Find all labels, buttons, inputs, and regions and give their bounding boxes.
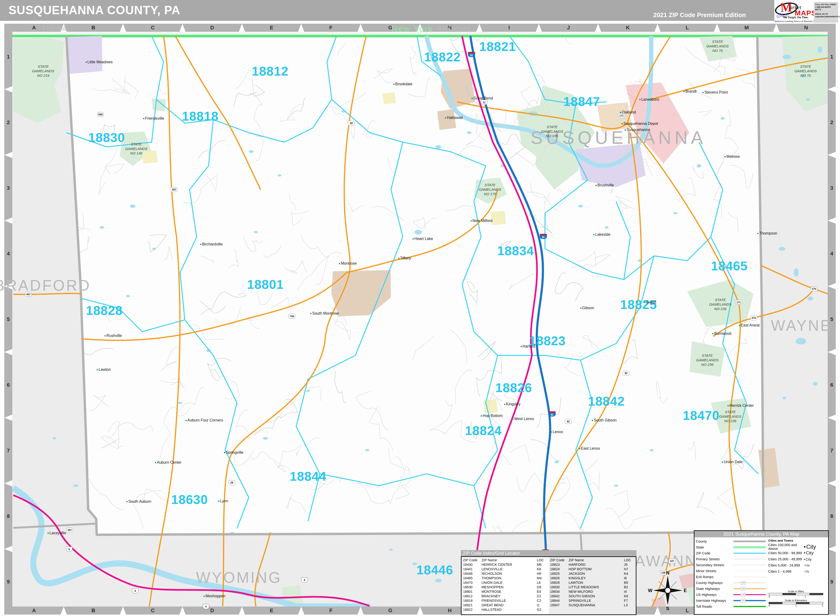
legend-item: State Highways123 (696, 586, 766, 592)
zip-index-row: 18823HARFORDJ5 (550, 562, 635, 567)
grid-col-E: E (242, 607, 301, 614)
contact-call-label: CALL US TOLL FREE! (815, 3, 837, 6)
zip-index-row: 18828LAWTONB5 (550, 581, 635, 585)
grid-col-H: H (420, 25, 479, 31)
legend-title: 2021 Susquehanna County, PA Map (695, 531, 828, 537)
zip-index-row: 18470UNION DALEL6 (463, 581, 547, 585)
grid-col-L: L (658, 25, 717, 31)
grid-row-1: 1 (828, 54, 836, 60)
grid-row-6: 6 (828, 382, 836, 388)
zip-index-row: 18465THOMPSONM4 (463, 576, 547, 581)
map-drawing (12, 32, 828, 607)
logo-tagline: On Target. On Time. (783, 16, 809, 19)
grid-col-C: C (123, 25, 182, 31)
zip-index-row: 18821GREAT BENDI1 (463, 603, 547, 607)
map-canvas[interactable]: New YorkTIOGABROOMEBRADFORDWAYNEWYOMINGL… (12, 32, 828, 607)
grid-col-F: F (301, 25, 361, 31)
legend-scales: Scale in Miles 01 Scale in Kilometers 01… (769, 590, 823, 608)
grid-row-2: 2 (828, 119, 836, 126)
page-title: SUSQUEHANNA COUNTY, PA (9, 3, 180, 17)
zip-index-row: 18446NICHOLSONH8 (463, 572, 547, 576)
grid-col-D: D (182, 25, 242, 31)
grid-col-I: I (479, 25, 539, 31)
grid-ruler-left: 123456789 (4, 24, 12, 615)
legend-item: Toll Roads (696, 603, 766, 609)
grid-row-3: 3 (4, 185, 12, 191)
zip-index-row: 18630MESHOPPEND8 (463, 585, 547, 590)
grid-ruler-top: ABCDEFGHIJKLMN (4, 24, 836, 32)
legend-item: Secondary Streets (696, 562, 766, 568)
grid-row-8: 8 (828, 513, 836, 519)
legend-item: US Highways123 (696, 592, 766, 597)
contact-email-label: EMAIL US AT: (815, 13, 837, 15)
grid-col-A: A (4, 25, 64, 31)
marketmaps-logo: M arket MAPS On Target. On Time. America… (774, 1, 839, 25)
legend-item: County Highways123 (696, 580, 766, 586)
grid-row-5: 5 (828, 316, 836, 323)
scale-km-label: Scale in Kilometers (769, 599, 823, 602)
grid-ruler-right: 123456789 (828, 24, 836, 615)
scale-km-bar (769, 602, 823, 604)
zip-index-row: 18842SOUTH GIBSONK6 (550, 594, 635, 598)
legend-item: Exit Ramps (696, 574, 766, 580)
legend-city-item: Cities 1 - 4,999•City (768, 568, 827, 575)
zip-index-row: 18847SUSQUEHANNAL3 (550, 603, 635, 607)
edition-subtitle: 2021 ZIP Code Premium Edition (653, 11, 746, 19)
grid-row-2: 2 (4, 119, 12, 126)
legend-city-item: Cities 5,000 - 24,999•City (768, 562, 827, 568)
zip-index-row: 18822HALLSTEADG2 (463, 607, 547, 612)
title-bar: SUSQUEHANNA COUNTY, PA 2021 ZIP Code Pre… (0, 0, 774, 21)
grid-row-8: 8 (4, 513, 12, 519)
legend-item: Interstate Highways123 (696, 597, 766, 603)
grid-col-K: K (598, 25, 658, 31)
map-page: SUSQUEHANNA COUNTY, PA 2021 ZIP Code Pre… (0, 0, 840, 616)
legend-city-item: Cities 100,000 and Above•City (768, 544, 827, 550)
grid-col-A: A (4, 607, 64, 614)
zip-index-row: 18441LENOXVILLEK8 (463, 567, 547, 572)
contact-email: mapsales@MarketMAPS.com (815, 15, 837, 18)
legend-item: ZIP Code (696, 550, 766, 556)
legend-item: County (696, 538, 766, 544)
grid-col-G: G (361, 607, 420, 614)
contact-phone: 1-888-434-MAPS (6277) (815, 6, 837, 11)
grid-col-E: E (242, 25, 301, 31)
zip-index-table: ZIP Code Index/Grid Locator ZIP CodeZIP … (461, 556, 636, 615)
scale-miles-label: Scale in Miles (769, 590, 823, 593)
grid-col-N: N (776, 25, 836, 31)
zip-index-row: 18825JACKSONK4 (550, 572, 635, 576)
grid-row-7: 7 (4, 447, 12, 454)
legend-item: State (696, 544, 766, 550)
grid-row-9: 9 (4, 579, 12, 585)
legend-city-item: Cities 50,000 - 99,999•City (768, 550, 827, 556)
zip-index-row: 18830LITTLE MEADOWSB2 (550, 585, 635, 590)
zip-index-title: ZIP Code Index/Grid Locator (461, 550, 636, 556)
grid-col-D: D (182, 607, 242, 614)
legend-line-items: CountyStateZIP CodePrimary StreetsSecond… (696, 538, 766, 609)
scale-miles-bar (769, 593, 823, 595)
grid-col-B: B (64, 25, 123, 31)
map-legend: 2021 Susquehanna County, PA Map CountySt… (694, 530, 829, 615)
legend-item: Primary Streets (696, 556, 766, 562)
grid-col-J: J (539, 25, 598, 31)
grid-col-G: G (361, 25, 420, 31)
grid-row-6: 6 (4, 382, 12, 388)
zip-index-col1: ZIP CodeZIP NameLOC18430HERRICK CENTERM6… (462, 557, 549, 615)
zip-index-row: 18812BRACKNEYD1 (463, 594, 547, 598)
grid-row-1: 1 (4, 54, 12, 60)
grid-row-7: 7 (828, 447, 836, 454)
grid-col-B: B (64, 607, 123, 614)
grid-col-F: F (301, 607, 361, 614)
zip-index-row: 18826KINGSLEYI6 (550, 576, 635, 581)
grid-row-3: 3 (828, 185, 836, 191)
grid-row-9: 9 (828, 579, 836, 585)
zip-index-row: 18430HERRICK CENTERM6 (463, 562, 547, 567)
legend-cities-title: Cities and Towns (768, 539, 827, 542)
zip-index-row: 18818FRIENDSVILLEC2 (463, 598, 547, 603)
grid-row-5: 5 (4, 316, 12, 323)
marketmaps-logo-art: M arket MAPS On Target. On Time. America… (774, 1, 812, 25)
grid-row-4: 4 (4, 251, 12, 257)
logo-subline: America's Leading Source of Business Map… (774, 20, 819, 22)
logo-contact-box: CALL US TOLL FREE! 1-888-434-MAPS (6277)… (814, 2, 838, 23)
legend-cities: Cities and Towns Cities 100,000 and Abov… (766, 538, 827, 609)
zip-index-row: 18844SPRINGVILLEF7 (550, 598, 635, 603)
